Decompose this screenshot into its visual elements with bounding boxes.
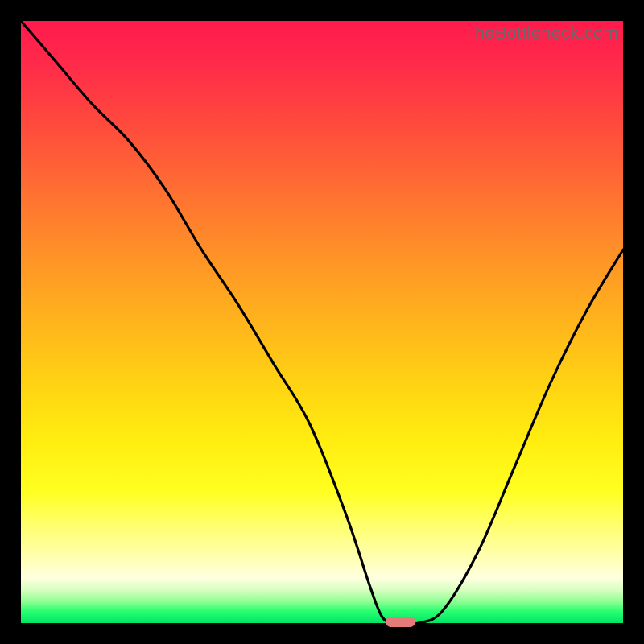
chart-frame: TheBottleneck.com bbox=[0, 0, 644, 644]
bottleneck-curve bbox=[21, 21, 623, 623]
watermark-text: TheBottleneck.com bbox=[464, 23, 618, 43]
plot-area: TheBottleneck.com bbox=[21, 21, 623, 623]
optimum-marker bbox=[386, 617, 415, 627]
